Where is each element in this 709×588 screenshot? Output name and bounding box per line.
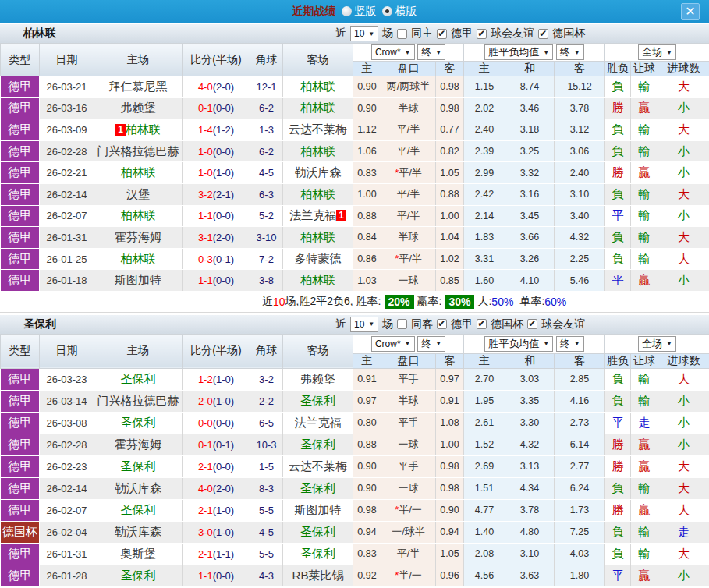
final2-select[interactable]: 终▼: [556, 336, 584, 352]
filter2-checkbox[interactable]: [477, 319, 487, 329]
scope-select[interactable]: 全场▼: [638, 44, 676, 60]
filter1-label: 德甲: [451, 317, 473, 331]
asia-away-odds: 0.98: [436, 76, 464, 98]
same-venue-checkbox[interactable]: [397, 29, 407, 39]
asia-home-odds: 1.12: [353, 119, 381, 141]
match-date: 26-03-21: [40, 76, 94, 98]
layout-option-horizontal[interactable]: 横版: [382, 5, 417, 19]
eu-home-odds: 2.42: [464, 183, 505, 205]
filter1-checkbox[interactable]: [437, 319, 447, 329]
match-row: 德甲26-01-31奥斯堡2-1(1-1)5-5圣保利0.83平/半1.052.…: [1, 543, 709, 565]
filter2-label: 德国杯: [491, 317, 523, 331]
away-team: 圣保利: [283, 477, 353, 499]
filter3-label: 球会友谊: [541, 317, 585, 331]
col-asia-away: 客: [436, 353, 464, 368]
filter2-checkbox[interactable]: [477, 29, 487, 39]
radio-vertical-icon[interactable]: [342, 6, 352, 16]
eu-away-odds: 6.14: [555, 434, 605, 455]
avg-select[interactable]: 胜平负均值▼: [484, 44, 553, 60]
match-score: 2-1(1-1): [183, 543, 250, 565]
asia-home-odds: 0.83: [353, 162, 381, 184]
games-count-select[interactable]: 10▼: [350, 317, 378, 332]
same-venue-label: 同客: [411, 317, 433, 331]
match-score: 0-3(0-1): [183, 248, 250, 270]
eu-away-odds: 3.40: [555, 205, 605, 227]
result-handicap: 輸: [631, 140, 658, 162]
asia-away-odds: 1.02: [436, 248, 464, 270]
company-select[interactable]: Crow*▼: [371, 44, 415, 60]
col-away: 客场: [283, 44, 353, 76]
match-date: 26-01-28: [40, 565, 94, 586]
match-date: 26-01-25: [40, 248, 94, 270]
eu-away-odds: 1.73: [555, 499, 605, 521]
same-venue-label: 同主: [411, 27, 433, 41]
result-win-lose: 平: [605, 270, 631, 292]
result-win-lose: 負: [605, 248, 631, 270]
eu-away-odds: 3.10: [555, 183, 605, 205]
summary-big-label: 大:: [477, 295, 491, 309]
avg-select[interactable]: 胜平负均值▼: [484, 336, 553, 352]
layout-option-vertical[interactable]: 竖版: [342, 5, 377, 19]
league-badge: 德甲: [1, 565, 40, 586]
near-label: 近: [335, 27, 346, 41]
match-row: 德甲26-02-28霍芬海姆0-1(0-1)10-3圣保利0.88一球1.001…: [1, 434, 709, 455]
match-row: 德甲26-03-091柏林联1-4(1-2)1-3云达不莱梅1.12平/半0.7…: [1, 119, 709, 141]
filter3-checkbox[interactable]: [527, 319, 537, 329]
result-goals: 小: [658, 270, 709, 292]
result-win-lose: 勝: [605, 97, 631, 119]
col-asia-home: 主: [353, 353, 381, 368]
col-type: 类型: [1, 44, 40, 76]
handicap: 一球: [381, 477, 436, 499]
match-score: 2-0(1-0): [183, 390, 250, 412]
company-select[interactable]: Crow*▼: [371, 336, 415, 352]
eu-draw-odds: 3.63: [505, 565, 555, 586]
team2-section-header: 圣保利 近 10▼ 场 同客 德甲 德国杯 球会友谊: [0, 315, 709, 334]
eu-away-odds: 4.16: [555, 390, 605, 412]
final1-select[interactable]: 终▼: [417, 44, 445, 60]
away-team: 斯图加特: [283, 499, 353, 521]
match-date: 26-02-07: [40, 499, 94, 521]
away-team: 圣保利: [283, 543, 353, 565]
result-goals: 小: [658, 565, 709, 586]
filter1-checkbox[interactable]: [437, 29, 447, 39]
asia-away-odds: 1.00: [436, 205, 464, 227]
handicap: 平/半: [381, 119, 436, 141]
asia-home-odds: 0.90: [353, 76, 381, 98]
asia-away-odds: 0.98: [436, 477, 464, 499]
close-button[interactable]: ✕: [681, 3, 700, 20]
result-win-lose: 平: [605, 205, 631, 227]
games-label: 场: [382, 317, 393, 331]
league-badge: 德甲: [1, 140, 40, 162]
filter3-checkbox[interactable]: [538, 29, 548, 39]
asia-home-odds: 0.90: [353, 455, 381, 477]
scope-select[interactable]: 全场▼: [638, 336, 676, 352]
home-team: 拜仁慕尼黑: [94, 76, 183, 98]
result-win-lose: 負: [605, 543, 631, 565]
eu-away-odds: 3.78: [555, 97, 605, 119]
match-date: 26-02-07: [40, 205, 94, 227]
result-goals: 小: [658, 390, 709, 412]
titlebar: 近期战绩 竖版 横版 ✕: [0, 0, 709, 23]
corner-score: 3-2: [250, 368, 283, 390]
eu-draw-odds: 3.10: [505, 543, 555, 565]
result-goals: 大: [658, 183, 709, 205]
away-team: 柏林联: [283, 140, 353, 162]
eu-draw-odds: 3.25: [505, 140, 555, 162]
col-away: 客场: [283, 334, 353, 368]
home-team: 奥斯堡: [94, 543, 183, 565]
home-team: 勒沃库森: [94, 477, 183, 499]
same-venue-checkbox[interactable]: [397, 319, 407, 329]
match-row: 德甲26-02-23圣保利2-1(0-0)1-5云达不莱梅0.90平手0.982…: [1, 455, 709, 477]
result-handicap: 輸: [631, 368, 658, 390]
home-team: 柏林联: [94, 248, 183, 270]
home-team: 圣保利: [94, 565, 183, 586]
match-score: 1-1(0-0): [183, 205, 250, 227]
final2-select[interactable]: 终▼: [556, 44, 584, 60]
radio-horizontal-icon[interactable]: [382, 6, 392, 16]
result-win-lose: 負: [605, 140, 631, 162]
result-goals: 走: [658, 521, 709, 543]
final1-select[interactable]: 终▼: [417, 336, 445, 352]
result-goals: 小: [658, 162, 709, 184]
eu-draw-odds: 4.34: [505, 477, 555, 499]
games-count-select[interactable]: 10▼: [350, 26, 378, 41]
